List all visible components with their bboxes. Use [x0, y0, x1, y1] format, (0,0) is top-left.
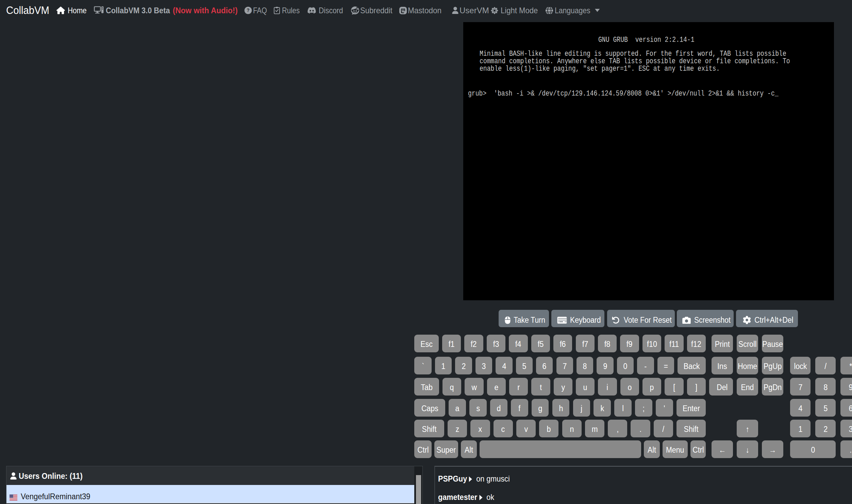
svg-text:?: ? — [247, 8, 249, 13]
